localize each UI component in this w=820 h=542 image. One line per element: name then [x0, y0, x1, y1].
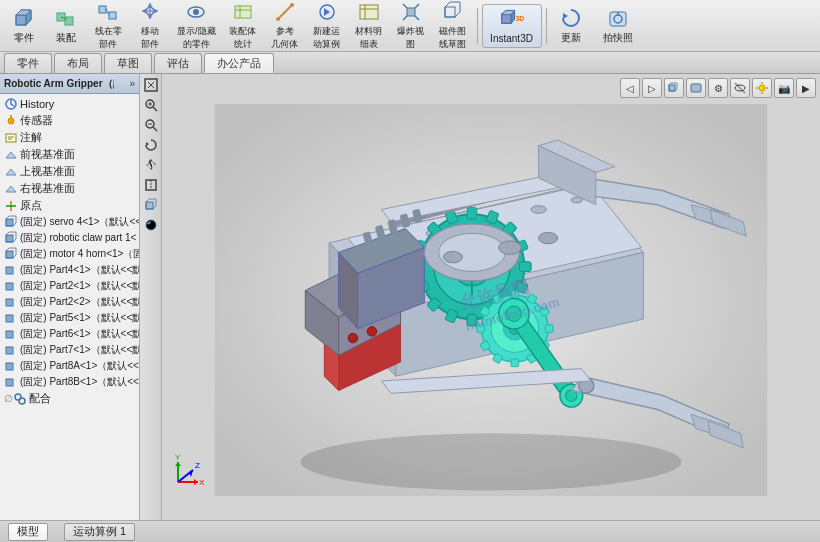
canvas-area[interactable]: ◁ ▷ ⚙ 📷 ▶	[140, 74, 820, 520]
toolbar-move-btn[interactable]: 移动部件	[130, 4, 170, 48]
svg-line-70	[153, 107, 157, 111]
part7-icon	[4, 343, 18, 357]
svg-rect-86	[691, 84, 701, 92]
tab-office-label: 办公产品	[217, 56, 261, 71]
sidebar-item-origin[interactable]: 原点	[0, 197, 139, 214]
svg-text:X: X	[199, 478, 205, 487]
part2-2-icon	[4, 295, 18, 309]
svg-rect-28	[445, 7, 455, 17]
sidebar-item-motor[interactable]: (固定) motor 4 horn<1>（固	[0, 246, 139, 262]
svg-rect-61	[6, 347, 13, 354]
top-toolbar: 零件 装配 线在零部件 移动部件 显示/隐藏的零件 装配体统计 参考几何体	[0, 0, 820, 52]
svg-point-18	[290, 3, 294, 7]
zoom-fit-btn[interactable]	[142, 76, 160, 94]
part8b-icon	[4, 375, 18, 389]
toolbar-instant3d-btn[interactable]: 3D Instant3D	[482, 4, 542, 48]
svg-point-102	[531, 206, 546, 214]
sidebar-item-top[interactable]: 上视基准面	[0, 163, 139, 180]
sidebar-item-part6[interactable]: (固定) Part6<1>（默认<<默	[0, 326, 139, 342]
toolbar-newmotion-btn[interactable]: 新建运动算例	[307, 4, 347, 48]
sidebar-content: History 传感器 注解 前视基准面	[0, 94, 139, 520]
model-render[interactable]	[162, 104, 820, 496]
sidebar-item-note-label: 注解	[20, 130, 42, 145]
move-icon	[138, 1, 162, 23]
status-tab-model[interactable]: 模型	[8, 523, 48, 541]
sidebar-item-history[interactable]: History	[0, 96, 139, 112]
svg-rect-50	[6, 219, 13, 226]
sidebar-item-sensor[interactable]: 传感器	[0, 112, 139, 129]
toolbar-update-btn[interactable]: 更新	[551, 4, 591, 48]
tab-eval[interactable]: 评估	[154, 53, 202, 73]
svg-point-82	[146, 220, 156, 230]
svg-point-17	[276, 17, 280, 21]
svg-point-40	[8, 118, 14, 124]
rotate-btn[interactable]	[142, 136, 160, 154]
sidebar-item-claw[interactable]: (固定) robotic claw part 1<	[0, 230, 139, 246]
toolbar-speedpak-btn[interactable]: 拍快照	[593, 4, 643, 48]
svg-text:Z: Z	[195, 461, 200, 470]
toolbar-pack-btn[interactable]: 装配体统计	[223, 4, 263, 48]
view-settings-btn[interactable]: ⚙	[708, 78, 728, 98]
sidebar-item-part5[interactable]: (固定) Part5<1>（默认<<默	[0, 310, 139, 326]
sidebar-item-servo[interactable]: (固定) servo 4<1>（默认<<	[0, 214, 139, 230]
toolbar-pack-label: 装配体统计	[229, 25, 256, 51]
sidebar-item-note[interactable]: 注解	[0, 129, 139, 146]
sidebar-item-right-label: 右视基准面	[20, 181, 75, 196]
pan-btn[interactable]	[142, 156, 160, 174]
zoom-out-btn[interactable]	[142, 116, 160, 134]
svg-rect-84	[669, 85, 675, 91]
toolbar-ref-btn[interactable]: 参考几何体	[265, 4, 305, 48]
svg-line-16	[278, 5, 292, 19]
sidebar-item-part8b[interactable]: (固定) Part8B<1>（默认<<	[0, 374, 139, 390]
toolbar-material-btn[interactable]: 材料明细表	[349, 4, 389, 48]
toolbar-showhide-btn[interactable]: 显示/隐藏的零件	[172, 4, 221, 48]
toolbar-part-btn[interactable]: 零件	[4, 4, 44, 48]
hide-items-btn[interactable]	[730, 78, 750, 98]
svg-marker-192	[189, 470, 193, 477]
sidebar-item-part2-2[interactable]: (固定) Part2<2>（默认<<默	[0, 294, 139, 310]
appearance-btn[interactable]	[142, 216, 160, 234]
toolbar-ref-label: 参考几何体	[271, 25, 298, 51]
svg-point-89	[759, 85, 765, 91]
sidebar-item-part7[interactable]: (固定) Part7<1>（默认<<默	[0, 342, 139, 358]
tab-part[interactable]: 零件	[4, 53, 52, 73]
sidebar-item-part8a[interactable]: (固定) Part8A<1>（默认<<	[0, 358, 139, 374]
sidebar-item-part2-1[interactable]: (固定) Part2<1>（默认<<默	[0, 278, 139, 294]
svg-marker-45	[6, 152, 16, 158]
sidebar-expand-arrow[interactable]: »	[129, 78, 135, 89]
tab-sketch[interactable]: 草图	[104, 53, 152, 73]
status-tab-motion[interactable]: 运动算例 1	[64, 523, 135, 541]
lighting-btn[interactable]	[752, 78, 772, 98]
part-icon	[12, 7, 36, 29]
canvas-top-toolbar: ◁ ▷ ⚙ 📷 ▶	[620, 78, 816, 98]
toolbar-wires-btn[interactable]: 磁件图线草图	[433, 4, 473, 48]
display-mode-btn[interactable]	[686, 78, 706, 98]
view-next-btn[interactable]: ▷	[642, 78, 662, 98]
sidebar-item-assembly-fit[interactable]: ∅ 配合	[0, 390, 139, 407]
section-view-btn[interactable]	[142, 176, 160, 194]
camera-btn[interactable]: 📷	[774, 78, 794, 98]
fit-prefix: ∅	[4, 393, 13, 404]
svg-rect-7	[99, 6, 106, 13]
sidebar-item-front[interactable]: 前视基准面	[0, 146, 139, 163]
view-more-btn[interactable]: ▶	[796, 78, 816, 98]
svg-marker-10	[142, 3, 158, 19]
tab-layout[interactable]: 布局	[54, 53, 102, 73]
view-orient-btn[interactable]	[664, 78, 684, 98]
svg-rect-23	[407, 8, 415, 16]
toolbar-linesketch-btn[interactable]: 线在零部件	[88, 4, 128, 48]
toolbar-explode-btn[interactable]: 爆炸视图	[391, 4, 431, 48]
sidebar-item-right[interactable]: 右视基准面	[0, 180, 139, 197]
toolbar-speedpak-label: 拍快照	[603, 31, 633, 45]
zoom-in-btn[interactable]	[142, 96, 160, 114]
svg-rect-52	[6, 235, 13, 242]
display-style-btn[interactable]	[142, 196, 160, 214]
svg-marker-188	[194, 479, 198, 485]
sidebar-title: Robotic Arm Gripper（默认<	[4, 77, 114, 91]
tab-office[interactable]: 办公产品	[204, 53, 274, 73]
toolbar-assembly-btn[interactable]: 装配	[46, 4, 86, 48]
svg-rect-60	[6, 331, 13, 338]
sidebar-item-part4[interactable]: (固定) Part4<1>（默认<<默	[0, 262, 139, 278]
view-previous-btn[interactable]: ◁	[620, 78, 640, 98]
sidebar-item-part8a-label: (固定) Part8A<1>（默认<<	[20, 359, 139, 373]
